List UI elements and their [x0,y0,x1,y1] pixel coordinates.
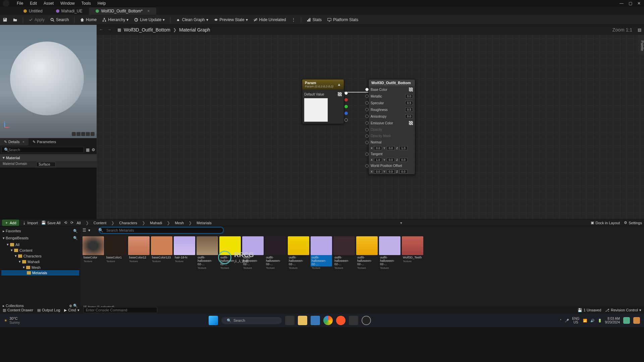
browse-button[interactable] [13,17,17,22]
wpo-z[interactable]: 0.0 [399,170,408,174]
breadcrumb[interactable]: Content [94,221,107,225]
breadcrumb-asset[interactable]: Wolf3D_Outfit_Bottom [124,27,170,33]
tangent-x[interactable]: 1.0 [374,158,382,162]
tab-close-icon[interactable]: × [147,9,150,13]
chevron-down-icon[interactable]: ▾ [400,221,402,225]
revision-control-button[interactable]: ⎇Revision Control▾ [605,308,641,312]
chevron-up-icon[interactable]: ˄ [560,319,561,322]
input-pin[interactable] [365,88,369,91]
menu-tools[interactable]: Tools [78,1,94,6]
bookmark-icon[interactable]: ▤ [638,27,641,32]
normal-y[interactable]: 0.0 [387,146,395,150]
preview-state-button[interactable]: Preview State▾ [214,17,248,22]
toolbar-overflow[interactable]: ⋮ [291,17,296,22]
breadcrumb[interactable]: Characters [119,221,137,225]
chevron-down-icon[interactable]: ▾ [88,228,90,233]
explorer-icon[interactable] [298,316,307,325]
menu-window[interactable]: Window [57,1,78,6]
add-icon[interactable]: ⊕ [69,304,72,308]
asset-item[interactable]: Wolf3D_Teeth Texture [402,236,423,269]
asset-item[interactable]: outfit-halloween-02-... Texture [288,236,309,269]
save-all-button[interactable]: 💾Save All [41,221,61,225]
output-pin-b[interactable] [344,112,348,115]
platform-stats-button[interactable]: Platform Stats [327,17,358,22]
home-button[interactable]: Home [80,17,97,22]
hide-unrelated-button[interactable]: Hide Unrelated [253,17,286,22]
app-icon[interactable] [349,316,358,325]
history-fwd[interactable]: ⟳ [70,221,73,225]
search-icon[interactable]: 🔍 [73,304,78,308]
asset-item[interactable]: hair-18-N Texture [174,236,195,269]
section-material[interactable]: ▾Material [0,154,97,161]
search-icon[interactable]: 🔍 [73,236,78,240]
tree-mesh[interactable]: ▾ Mesh [1,264,79,270]
output-pin-a[interactable] [344,118,348,122]
value-roughness[interactable]: 0.5 [405,108,413,112]
grid-icon[interactable]: ▦ [86,147,90,152]
tree-mahadi[interactable]: ▾ Mahadi [1,259,79,264]
wpo-x[interactable]: 0.0 [374,170,382,174]
input-pin[interactable] [365,115,369,118]
start-button[interactable] [209,316,218,325]
tree-content[interactable]: ▾ Content [1,247,79,253]
brave-icon[interactable] [336,316,345,325]
save-button[interactable] [3,17,7,22]
add-button[interactable]: ＋Add [2,220,19,226]
stats-button[interactable]: Stats [307,17,322,22]
mic-icon[interactable]: 🎤 [565,319,569,322]
asset-item[interactable]: baseColor12 Texture [128,236,150,269]
menu-file[interactable]: File [13,1,26,6]
viewport-shape-buttons[interactable] [72,132,95,136]
store-icon[interactable] [311,316,320,325]
asset-item[interactable]: outfit-halloween-02-... Texture [379,236,400,269]
menu-edit[interactable]: Edit [26,1,40,6]
tab-mahadi[interactable]: Mahadi_UE [49,7,89,15]
unsaved-indicator[interactable]: 💾1 Unsaved [578,308,601,312]
asset-item[interactable]: outfit-halloween-02-... Texture [219,236,241,269]
collapse-icon[interactable]: ▲ [337,82,341,87]
output-pin-g[interactable] [344,105,348,108]
gear-icon[interactable]: ⚙ [92,147,95,152]
asset-item[interactable]: outfit-halloween-02-... Texture [333,236,355,269]
preview-viewport[interactable]: ☰ Perspective ● Lit Show zx [0,25,97,138]
unreal-icon[interactable] [362,316,371,325]
filter-icon[interactable]: ☰ [83,228,86,233]
breadcrumb[interactable]: Mahadi [150,221,162,225]
node-material-output[interactable]: Wolf3D_Outfit_Bottom Base Color Metallic… [368,79,415,175]
window-close[interactable]: ✕ [637,1,641,6]
input-pin[interactable] [365,153,369,156]
output-log-button[interactable]: ▤Output Log [37,308,60,312]
hierarchy-button[interactable]: Hierarchy▾ [102,17,128,22]
project-section[interactable]: ▾ BengalBeasts🔍 [1,235,79,242]
breadcrumb[interactable]: Mesh [175,221,184,225]
console-input[interactable] [84,307,157,313]
tray-icon[interactable] [633,317,640,324]
node-param[interactable]: Param Param (0.8,0.8,0.8,0) ▲ Default Va… [302,79,344,124]
tangent-y[interactable]: 0.0 [387,158,395,162]
asset-item[interactable]: baseColor123 Texture [151,236,172,269]
asset-item[interactable]: outfit-halloween-02-... Texture [265,236,286,269]
tree-characters[interactable]: ▾ Characters [1,253,79,259]
import-button[interactable]: ⭳Import [22,221,38,225]
asset-item[interactable]: outfit-halloween-02-... Texture [197,236,218,269]
settings-button[interactable]: ⚙Settings [624,221,642,225]
breadcrumb[interactable]: All [77,221,81,225]
input-pin[interactable] [365,101,369,105]
tree-materials[interactable]: Metarials [1,270,79,276]
window-maximize[interactable]: ▢ [628,1,633,6]
volume-icon[interactable]: 🔊 [590,319,594,322]
weather-widget[interactable]: ☀ 30°CSunny [4,316,20,324]
menu-help[interactable]: Help [94,1,109,6]
tree-all[interactable]: ▾ All [1,242,79,247]
search-icon[interactable]: 🔍 [73,229,78,233]
tangent-z[interactable]: 0.0 [399,158,408,162]
tab-material[interactable]: Wolf3D_Outfit_Bottom* × [89,7,156,15]
breadcrumb[interactable]: Metarials [197,221,212,225]
details-search-input[interactable] [1,147,84,153]
input-pin[interactable] [365,141,369,144]
nav-back-icon[interactable]: ← [99,27,105,33]
value-anisotropy[interactable]: 0.0 [405,114,413,118]
asset-search-input[interactable] [99,227,223,233]
output-pin-r[interactable] [344,98,348,102]
asset-item[interactable]: outfit-halloween-02-... Texture [356,236,378,269]
